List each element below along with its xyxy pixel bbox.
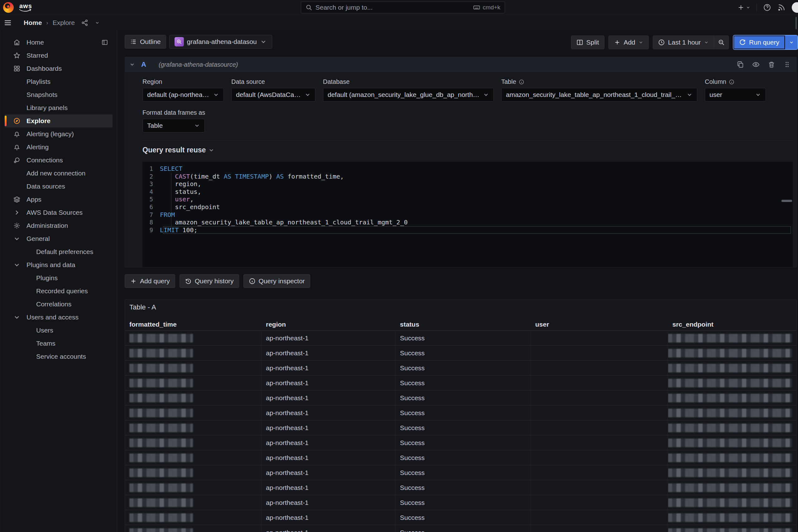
duplicate-query-button[interactable] bbox=[737, 61, 744, 68]
sidebar-item-dashboards[interactable]: Dashboards bbox=[5, 62, 113, 75]
sidebar-item-data-sources[interactable]: Data sources bbox=[5, 180, 113, 193]
sidebar-item-users[interactable]: Users bbox=[5, 324, 113, 337]
sidebar-item-library-panels[interactable]: Library panels bbox=[5, 101, 113, 114]
chevron-down-icon bbox=[789, 40, 794, 45]
sidebar-item-alerting[interactable]: Alerting bbox=[5, 140, 113, 154]
redacted-value bbox=[668, 408, 792, 417]
search-input[interactable]: Search or jump to... cmd+k bbox=[301, 2, 505, 13]
format-select[interactable]: Table bbox=[142, 119, 205, 132]
code-text: amazon_security_lake_table_ap_northeast_… bbox=[160, 218, 408, 226]
sidebar-item-home[interactable]: Home bbox=[5, 36, 113, 49]
time-range-picker[interactable]: Last 1 hour bbox=[653, 36, 714, 49]
user-avatar[interactable] bbox=[792, 2, 798, 13]
aws-logo[interactable]: aws bbox=[19, 2, 32, 12]
sidebar-item-snapshots[interactable]: Snapshots bbox=[5, 88, 113, 101]
query-result-reuse-toggle[interactable]: Query result reuse bbox=[142, 146, 793, 154]
code-line-2[interactable]: 2 CAST(time_dt AS TIMESTAMP) AS formatte… bbox=[142, 173, 793, 180]
sql-code-editor[interactable]: 1SELECT2 CAST(time_dt AS TIMESTAMP) AS f… bbox=[142, 162, 793, 267]
cell-formatted-time bbox=[125, 361, 262, 375]
cell-status: Success bbox=[396, 405, 531, 420]
toggle-query-visibility-button[interactable] bbox=[752, 61, 760, 68]
sidebar-item-apps[interactable]: Apps bbox=[5, 193, 113, 206]
code-line-3[interactable]: 3 region, bbox=[142, 180, 793, 188]
code-line-4[interactable]: 4 status, bbox=[142, 188, 793, 196]
info-icon[interactable] bbox=[519, 79, 524, 85]
grafana-logo-icon[interactable] bbox=[3, 2, 14, 13]
new-button[interactable] bbox=[737, 4, 750, 11]
breadcrumb-actions-toggle[interactable] bbox=[95, 20, 100, 25]
info-icon[interactable] bbox=[729, 79, 735, 85]
column-header-region[interactable]: region bbox=[262, 321, 396, 328]
sidebar-item-correlations[interactable]: Correlations bbox=[5, 298, 113, 311]
code-line-1[interactable]: 1SELECT bbox=[142, 165, 793, 173]
run-query-button[interactable]: Run query bbox=[734, 36, 785, 49]
cell-status: Success bbox=[396, 465, 531, 480]
editor-scrollbar[interactable] bbox=[781, 200, 792, 202]
redacted-value bbox=[129, 423, 193, 432]
help-button[interactable] bbox=[763, 3, 771, 12]
region-select[interactable]: default (ap-northeast-1) bbox=[142, 88, 224, 101]
sidebar-item-recorded-queries[interactable]: Recorded queries bbox=[5, 285, 113, 298]
code-line-8[interactable]: 8 amazon_security_lake_table_ap_northeas… bbox=[142, 218, 793, 226]
drag-query-handle[interactable] bbox=[783, 61, 791, 68]
column-header-user[interactable]: user bbox=[531, 321, 668, 328]
table-row: ap-northeast-1Success bbox=[125, 420, 796, 435]
plus-icon bbox=[614, 39, 621, 46]
collapse-chevron-icon[interactable] bbox=[129, 62, 135, 67]
sidebar-item-explore[interactable]: Explore bbox=[5, 114, 113, 128]
news-button[interactable] bbox=[777, 3, 785, 12]
code-line-6[interactable]: 6 src_endpoint bbox=[142, 203, 793, 211]
sidebar-item-users-and-access[interactable]: Users and access bbox=[5, 311, 113, 324]
sidebar-item-service-accounts[interactable]: Service accounts bbox=[5, 350, 113, 363]
add-query-button[interactable]: Add query bbox=[125, 274, 175, 288]
sidebar-item-playlists[interactable]: Playlists bbox=[5, 75, 113, 88]
redacted-value bbox=[129, 528, 193, 532]
run-query-dropdown-toggle[interactable] bbox=[785, 36, 797, 49]
datasource-picker[interactable]: grafana-athena-datasou bbox=[169, 35, 272, 49]
query-history-button[interactable]: Query history bbox=[179, 274, 239, 288]
cell-user bbox=[531, 480, 668, 495]
sidebar-item-administration[interactable]: Administration bbox=[5, 219, 113, 232]
table-select[interactable]: amazon_security_lake_table_ap_northeast_… bbox=[501, 88, 697, 101]
mega-menu-toggle[interactable] bbox=[4, 19, 12, 27]
add-button[interactable]: Add bbox=[608, 36, 649, 49]
sidebar-item-general[interactable]: General bbox=[5, 232, 113, 245]
column-select[interactable]: user bbox=[705, 88, 766, 101]
column-header-src-endpoint[interactable]: src_endpoint bbox=[668, 321, 796, 328]
sidebar-item-label: Plugins bbox=[36, 274, 58, 282]
sidebar-item-add-new-connection[interactable]: Add new connection bbox=[5, 167, 113, 180]
sidebar-item-aws-data-sources[interactable]: AWS Data Sources bbox=[5, 206, 113, 219]
line-number: 1 bbox=[142, 165, 160, 173]
cell-formatted-time bbox=[125, 420, 262, 435]
cell-src-endpoint bbox=[668, 420, 796, 435]
code-line-9[interactable]: 9LIMIT 100; bbox=[142, 226, 793, 234]
outline-button[interactable]: Outline bbox=[125, 35, 166, 49]
data-source-select[interactable]: default (AwsDataCatalog) bbox=[231, 88, 316, 101]
delete-query-button[interactable] bbox=[768, 61, 775, 68]
field-label: Column bbox=[705, 78, 766, 86]
query-inspector-button[interactable]: Query inspector bbox=[244, 274, 310, 288]
share-shortlink-button[interactable] bbox=[81, 19, 89, 26]
sidebar-item-alerting-legacy[interactable]: Alerting (legacy) bbox=[5, 128, 113, 140]
sidebar-item-plugins-and-data[interactable]: Plugins and data bbox=[5, 258, 113, 271]
page-scrollbar[interactable] bbox=[796, 17, 797, 29]
dock-menu-icon[interactable] bbox=[101, 39, 108, 46]
sidebar-item-plugins[interactable]: Plugins bbox=[5, 271, 113, 285]
breadcrumb-home[interactable]: Home bbox=[24, 19, 42, 26]
redacted-value bbox=[668, 423, 792, 432]
code-line-7[interactable]: 7FROM bbox=[142, 211, 793, 219]
sidebar-item-default-preferences[interactable]: Default preferences bbox=[5, 245, 113, 258]
code-line-5[interactable]: 5 user, bbox=[142, 195, 793, 203]
sidebar-item-starred[interactable]: Starred bbox=[5, 49, 113, 62]
time-zoom-out-button[interactable] bbox=[714, 36, 729, 49]
sidebar-item-teams[interactable]: Teams bbox=[5, 337, 113, 350]
database-select[interactable]: default (amazon_security_lake_glue_db_ap… bbox=[323, 88, 494, 101]
query-row-header[interactable]: A (grafana-athena-datasource) bbox=[125, 57, 796, 72]
column-header-formatted-time[interactable]: formatted_time bbox=[125, 321, 262, 328]
split-button[interactable]: Split bbox=[571, 36, 604, 49]
field-region: Regiondefault (ap-northeast-1) bbox=[142, 78, 224, 101]
column-header-status[interactable]: status bbox=[396, 321, 531, 328]
sidebar-item-connections[interactable]: Connections bbox=[5, 154, 113, 167]
cell-user bbox=[531, 361, 668, 375]
table-row: ap-northeast-1Success bbox=[125, 361, 796, 376]
